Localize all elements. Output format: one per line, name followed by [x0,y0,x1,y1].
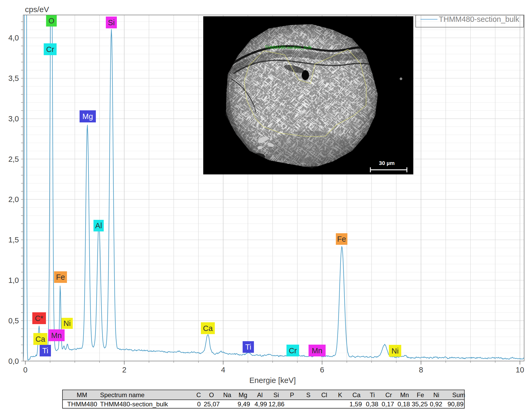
svg-text:Fe: Fe [56,273,65,281]
svg-text:C: C [196,391,201,398]
svg-text:Mg: Mg [82,112,93,121]
svg-text:0: 0 [23,366,27,374]
svg-text:Na: Na [223,391,231,398]
svg-text:4,0: 4,0 [8,34,19,42]
svg-text:K: K [338,391,342,398]
svg-text:3,0: 3,0 [8,115,19,123]
svg-text:MM: MM [77,391,87,398]
svg-text:2: 2 [122,366,126,374]
svg-text:Ti: Ti [245,343,251,351]
svg-text:O: O [209,391,214,398]
svg-text:Ti: Ti [42,346,48,355]
svg-text:Mg: Mg [239,391,247,398]
svg-text:THMM480-section_bulk: THMM480-section_bulk [265,45,312,50]
svg-text:Ti: Ti [370,391,375,398]
svg-text:2,0: 2,0 [8,195,19,204]
svg-text:3,5: 3,5 [8,74,19,82]
svg-text:Ni: Ni [392,347,399,355]
svg-text:12,86: 12,86 [268,401,284,408]
svg-text:35,25: 35,25 [412,401,428,408]
svg-text:6: 6 [320,366,324,374]
svg-text:30 µm: 30 µm [379,160,395,166]
svg-text:O: O [49,17,55,25]
svg-text:2,5: 2,5 [8,155,19,163]
svg-text:Ca: Ca [203,324,213,333]
svg-text:1,59: 1,59 [350,401,362,408]
svg-text:THMM480: THMM480 [67,401,97,408]
svg-text:Cr: Cr [46,45,54,54]
svg-text:Cl: Cl [321,391,327,398]
svg-text:Mn: Mn [400,391,409,398]
svg-text:1,5: 1,5 [8,236,19,244]
svg-text:0,5: 0,5 [8,317,19,325]
svg-text:1,0: 1,0 [8,276,19,284]
svg-text:Ca: Ca [35,335,45,343]
svg-text:Mn: Mn [51,331,62,340]
svg-text:Energie [keV]: Energie [keV] [249,376,296,385]
svg-text:Al: Al [257,391,263,398]
svg-text:4,99: 4,99 [254,401,267,408]
svg-text:0,18: 0,18 [398,401,410,408]
svg-text:Fe: Fe [417,391,424,398]
svg-text:S: S [306,391,310,398]
svg-text:THMM480-section_bulk: THMM480-section_bulk [439,15,519,23]
svg-text:Fe: Fe [337,235,346,243]
svg-text:Al: Al [95,221,102,230]
svg-text:9,49: 9,49 [238,401,250,408]
svg-text:4: 4 [221,366,225,374]
svg-text:10: 10 [516,366,524,374]
svg-text:Spectrum name: Spectrum name [100,391,144,398]
svg-text:Ni: Ni [64,319,71,328]
svg-text:Si: Si [108,18,115,27]
svg-text:25,07: 25,07 [204,401,220,408]
svg-text:Cr: Cr [289,346,297,355]
svg-text:0,38: 0,38 [366,401,378,408]
svg-text:Ni: Ni [433,391,439,398]
svg-text:Sum: Sum [452,391,465,398]
svg-text:0,17: 0,17 [382,401,394,408]
svg-text:THMM480-section_bulk: THMM480-section_bulk [100,401,168,408]
svg-text:Mn: Mn [312,346,322,355]
svg-text:0: 0 [197,401,201,408]
svg-text:8: 8 [419,366,423,374]
svg-text:Cr: Cr [385,391,392,398]
svg-text:Ca: Ca [352,391,361,398]
svg-text:cps/eV: cps/eV [25,5,49,14]
svg-text:90,89: 90,89 [447,401,463,408]
svg-text:0,0: 0,0 [8,357,19,365]
svg-text:0,92: 0,92 [430,401,442,408]
svg-text:Si: Si [273,391,279,398]
svg-text:C*: C* [35,314,43,323]
svg-text:P: P [290,391,294,398]
